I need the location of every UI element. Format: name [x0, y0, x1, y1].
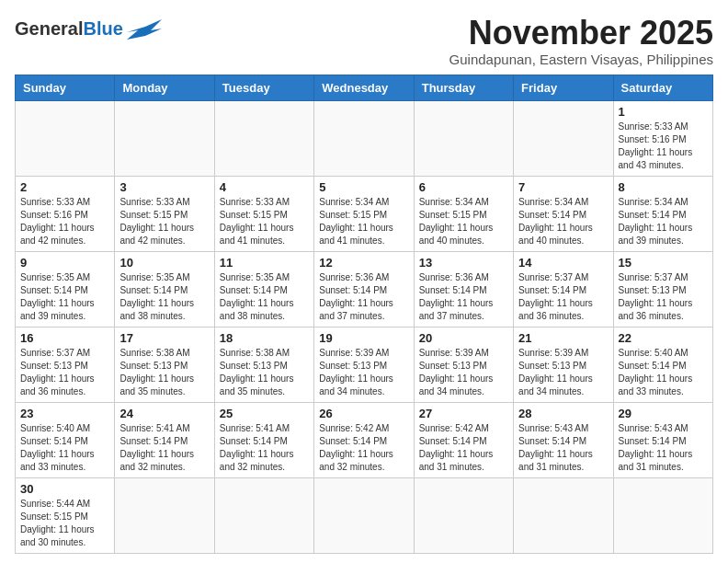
day-info: Sunrise: 5:39 AMSunset: 5:13 PMDaylight:… — [518, 347, 608, 398]
day-number: 28 — [518, 407, 608, 420]
day-info: Sunrise: 5:33 AMSunset: 5:15 PMDaylight:… — [220, 196, 309, 247]
day-info: Sunrise: 5:36 AMSunset: 5:14 PMDaylight:… — [419, 271, 508, 323]
day-info: Sunrise: 5:40 AMSunset: 5:14 PMDaylight:… — [619, 347, 708, 398]
calendar-day-cell: 30Sunrise: 5:44 AMSunset: 5:15 PMDayligh… — [16, 477, 115, 553]
day-info: Sunrise: 5:41 AMSunset: 5:14 PMDaylight:… — [220, 422, 309, 474]
day-number: 22 — [619, 331, 708, 345]
calendar-week-row: 16Sunrise: 5:37 AMSunset: 5:13 PMDayligh… — [16, 327, 713, 402]
day-info: Sunrise: 5:35 AMSunset: 5:14 PMDaylight:… — [220, 271, 309, 323]
day-header-sunday: Sunday — [16, 75, 115, 100]
day-info: Sunrise: 5:42 AMSunset: 5:14 PMDaylight:… — [319, 422, 408, 474]
calendar-day-cell — [214, 100, 313, 176]
day-number: 10 — [119, 256, 209, 270]
day-number: 24 — [119, 407, 209, 420]
day-header-saturday: Saturday — [613, 75, 712, 100]
calendar-day-cell — [414, 477, 513, 553]
day-info: Sunrise: 5:37 AMSunset: 5:13 PMDaylight:… — [619, 271, 708, 323]
calendar-day-cell: 9Sunrise: 5:35 AMSunset: 5:14 PMDaylight… — [16, 251, 115, 327]
calendar-day-cell: 16Sunrise: 5:37 AMSunset: 5:13 PMDayligh… — [16, 327, 115, 402]
day-info: Sunrise: 5:37 AMSunset: 5:14 PMDaylight:… — [518, 271, 608, 323]
day-number: 5 — [319, 180, 408, 194]
day-info: Sunrise: 5:33 AMSunset: 5:16 PMDaylight:… — [20, 196, 109, 247]
location-subtitle: Guindapunan, Eastern Visayas, Philippine… — [449, 52, 713, 67]
day-info: Sunrise: 5:34 AMSunset: 5:14 PMDaylight:… — [619, 196, 708, 247]
logo: GeneralBlue — [15, 15, 162, 40]
day-number: 27 — [419, 407, 508, 420]
day-info: Sunrise: 5:38 AMSunset: 5:13 PMDaylight:… — [220, 347, 309, 398]
calendar-day-cell — [613, 477, 712, 553]
day-info: Sunrise: 5:33 AMSunset: 5:16 PMDaylight:… — [619, 121, 708, 172]
calendar-day-cell — [514, 477, 613, 553]
calendar-day-cell: 25Sunrise: 5:41 AMSunset: 5:14 PMDayligh… — [214, 402, 313, 477]
calendar-day-cell: 21Sunrise: 5:39 AMSunset: 5:13 PMDayligh… — [514, 327, 613, 402]
day-number: 18 — [220, 331, 309, 345]
logo-bird-icon — [127, 19, 162, 40]
calendar-day-cell: 7Sunrise: 5:34 AMSunset: 5:14 PMDaylight… — [514, 176, 613, 251]
calendar-day-cell: 1Sunrise: 5:33 AMSunset: 5:16 PMDaylight… — [613, 100, 712, 176]
day-info: Sunrise: 5:42 AMSunset: 5:14 PMDaylight:… — [419, 422, 508, 474]
day-info: Sunrise: 5:38 AMSunset: 5:13 PMDaylight:… — [119, 347, 209, 398]
calendar-day-cell: 10Sunrise: 5:35 AMSunset: 5:14 PMDayligh… — [115, 251, 214, 327]
day-number: 15 — [619, 256, 708, 270]
calendar-day-cell: 8Sunrise: 5:34 AMSunset: 5:14 PMDaylight… — [613, 176, 712, 251]
page-header: GeneralBlue November 2025 Guindapunan, E… — [15, 15, 713, 67]
calendar-day-cell: 6Sunrise: 5:34 AMSunset: 5:15 PMDaylight… — [414, 176, 513, 251]
day-number: 16 — [20, 331, 109, 345]
calendar-day-cell: 15Sunrise: 5:37 AMSunset: 5:13 PMDayligh… — [613, 251, 712, 327]
calendar-week-row: 1Sunrise: 5:33 AMSunset: 5:16 PMDaylight… — [16, 100, 713, 176]
day-info: Sunrise: 5:43 AMSunset: 5:14 PMDaylight:… — [619, 422, 708, 474]
day-number: 12 — [319, 256, 408, 270]
calendar-day-cell — [314, 477, 414, 553]
calendar-day-cell: 27Sunrise: 5:42 AMSunset: 5:14 PMDayligh… — [414, 402, 513, 477]
day-number: 7 — [518, 180, 608, 194]
day-info: Sunrise: 5:34 AMSunset: 5:14 PMDaylight:… — [518, 196, 608, 247]
calendar-day-cell — [115, 477, 214, 553]
day-info: Sunrise: 5:44 AMSunset: 5:15 PMDaylight:… — [20, 498, 109, 549]
day-number: 4 — [220, 180, 309, 194]
day-info: Sunrise: 5:33 AMSunset: 5:15 PMDaylight:… — [119, 196, 209, 247]
day-number: 30 — [20, 482, 109, 496]
calendar-day-cell: 2Sunrise: 5:33 AMSunset: 5:16 PMDaylight… — [16, 176, 115, 251]
calendar-day-cell: 14Sunrise: 5:37 AMSunset: 5:14 PMDayligh… — [514, 251, 613, 327]
calendar-day-cell: 12Sunrise: 5:36 AMSunset: 5:14 PMDayligh… — [314, 251, 414, 327]
svg-marker-0 — [127, 19, 162, 40]
day-number: 3 — [119, 180, 209, 194]
calendar-week-row: 30Sunrise: 5:44 AMSunset: 5:15 PMDayligh… — [16, 477, 713, 553]
calendar-day-cell: 24Sunrise: 5:41 AMSunset: 5:14 PMDayligh… — [115, 402, 214, 477]
calendar-day-cell: 28Sunrise: 5:43 AMSunset: 5:14 PMDayligh… — [514, 402, 613, 477]
day-info: Sunrise: 5:35 AMSunset: 5:14 PMDaylight:… — [119, 271, 209, 323]
calendar-day-cell: 3Sunrise: 5:33 AMSunset: 5:15 PMDaylight… — [115, 176, 214, 251]
day-number: 26 — [319, 407, 408, 420]
calendar-day-cell: 26Sunrise: 5:42 AMSunset: 5:14 PMDayligh… — [314, 402, 414, 477]
calendar-day-cell — [314, 100, 414, 176]
day-info: Sunrise: 5:41 AMSunset: 5:14 PMDaylight:… — [119, 422, 209, 474]
day-number: 29 — [619, 407, 708, 420]
day-number: 1 — [619, 105, 708, 119]
day-info: Sunrise: 5:43 AMSunset: 5:14 PMDaylight:… — [518, 422, 608, 474]
calendar-day-cell — [414, 100, 513, 176]
logo-text: GeneralBlue — [15, 18, 123, 40]
day-number: 25 — [220, 407, 309, 420]
calendar-day-cell: 19Sunrise: 5:39 AMSunset: 5:13 PMDayligh… — [314, 327, 414, 402]
day-header-thursday: Thursday — [414, 75, 513, 100]
calendar-day-cell: 11Sunrise: 5:35 AMSunset: 5:14 PMDayligh… — [214, 251, 313, 327]
day-header-monday: Monday — [115, 75, 214, 100]
day-number: 6 — [419, 180, 508, 194]
calendar-day-cell — [514, 100, 613, 176]
day-number: 2 — [20, 180, 109, 194]
calendar-header-row: SundayMondayTuesdayWednesdayThursdayFrid… — [16, 75, 713, 100]
day-info: Sunrise: 5:39 AMSunset: 5:13 PMDaylight:… — [419, 347, 508, 398]
day-number: 9 — [20, 256, 109, 270]
day-info: Sunrise: 5:37 AMSunset: 5:13 PMDaylight:… — [20, 347, 109, 398]
day-info: Sunrise: 5:34 AMSunset: 5:15 PMDaylight:… — [419, 196, 508, 247]
day-number: 14 — [518, 256, 608, 270]
calendar-week-row: 9Sunrise: 5:35 AMSunset: 5:14 PMDaylight… — [16, 251, 713, 327]
calendar-day-cell: 17Sunrise: 5:38 AMSunset: 5:13 PMDayligh… — [115, 327, 214, 402]
day-info: Sunrise: 5:40 AMSunset: 5:14 PMDaylight:… — [20, 422, 109, 474]
day-number: 23 — [20, 407, 109, 420]
calendar-day-cell — [16, 100, 115, 176]
day-number: 20 — [419, 331, 508, 345]
calendar-day-cell: 22Sunrise: 5:40 AMSunset: 5:14 PMDayligh… — [613, 327, 712, 402]
day-number: 11 — [220, 256, 309, 270]
day-header-tuesday: Tuesday — [214, 75, 313, 100]
